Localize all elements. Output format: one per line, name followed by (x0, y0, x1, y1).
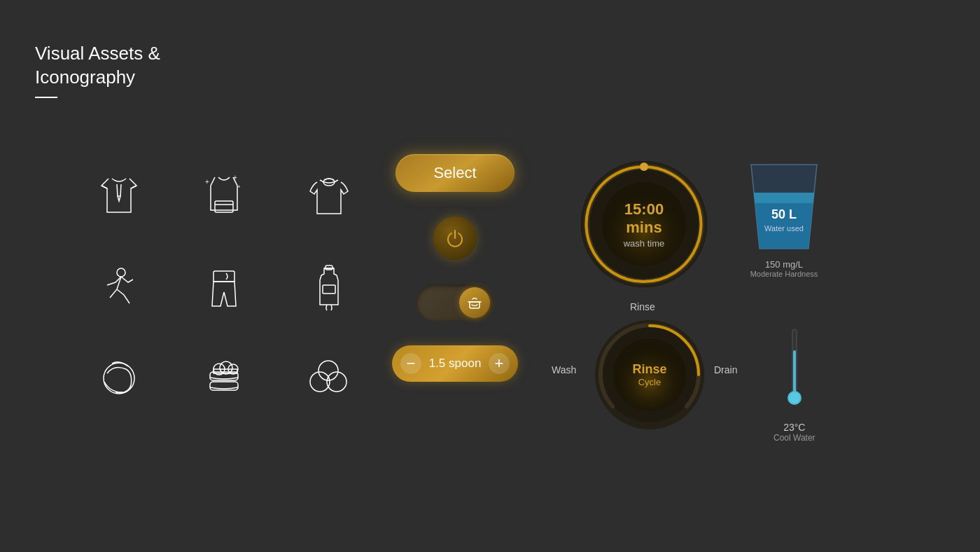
temperature-value: 23°C (774, 422, 816, 433)
water-cup-svg: 50 L Water used (746, 161, 822, 252)
temperature-label: Cool Water (774, 433, 816, 443)
svg-text:Water used: Water used (764, 224, 804, 233)
toggle-knob (459, 287, 490, 318)
svg-text:+: + (233, 174, 237, 181)
icon-runner (84, 252, 154, 322)
rinse-wash-label: Wash (552, 364, 576, 375)
svg-line-0 (102, 186, 107, 188)
power-icon (444, 228, 465, 249)
temperature-container: 23°C Cool Water (774, 322, 816, 443)
svg-rect-11 (214, 271, 234, 282)
svg-point-10 (117, 268, 125, 277)
water-hardness-label: Moderate Hardness (746, 270, 822, 278)
svg-line-1 (131, 186, 136, 188)
stepper-plus-button[interactable]: + (489, 353, 510, 374)
title-line2: Iconography (35, 66, 160, 90)
icon-detergent (294, 252, 364, 322)
rinse-dial-container: Rinse Cycle (590, 315, 709, 434)
svg-text:+: + (205, 178, 209, 186)
svg-text:+: + (237, 184, 241, 190)
wash-toggle[interactable] (416, 284, 493, 321)
icon-shirt (84, 161, 154, 231)
icons-grid: + + + (84, 161, 364, 413)
icon-vest-sparkle: + + + (189, 161, 259, 231)
title-underline (35, 97, 57, 98)
rinse-cycle-text: Rinse (632, 362, 666, 377)
power-button[interactable] (433, 216, 477, 260)
rinse-top-label: Rinse (630, 301, 655, 312)
svg-rect-13 (323, 285, 335, 294)
icon-pants (189, 252, 259, 322)
controls-area: Select − 1.5 spoon + (392, 154, 518, 382)
page-title: Visual Assets & Iconography (35, 42, 160, 98)
svg-point-29 (640, 163, 648, 171)
stepper-minus-button[interactable]: − (400, 353, 421, 374)
icon-bubbles (294, 343, 364, 413)
detergent-stepper[interactable]: − 1.5 spoon + (392, 345, 518, 382)
svg-line-2 (117, 184, 118, 196)
svg-line-3 (120, 184, 121, 196)
water-cup: 50 L Water used (746, 161, 822, 252)
thermometer-svg (784, 322, 805, 413)
svg-rect-12 (326, 265, 332, 270)
water-hardness-value: 150 mg/L (746, 259, 822, 270)
stepper-value: 1.5 spoon (429, 357, 482, 371)
svg-rect-20 (214, 369, 237, 373)
timer-center: 15:00 mins wash time (609, 200, 679, 249)
timer-time: 15:00 mins (609, 200, 679, 237)
svg-text:50 L: 50 L (771, 207, 797, 221)
icon-towels (189, 343, 259, 413)
rinse-center: Rinse Cycle (632, 362, 666, 387)
rinse-drain-label: Drain (714, 364, 737, 375)
wash-icon (467, 295, 482, 310)
icon-sweater (294, 161, 364, 231)
timer-dial-container: 15:00 mins wash time (574, 154, 714, 294)
svg-rect-41 (793, 350, 796, 392)
select-button[interactable]: Select (396, 154, 514, 192)
title-line1: Visual Assets & (35, 42, 160, 66)
svg-rect-37 (751, 193, 817, 203)
rinse-cycle-sub: Cycle (632, 377, 666, 387)
water-container: 50 L Water used 150 mg/L Moderate Hardne… (746, 161, 822, 278)
icon-yarn (84, 343, 154, 413)
timer-label: wash time (609, 238, 679, 249)
svg-point-43 (789, 392, 800, 403)
